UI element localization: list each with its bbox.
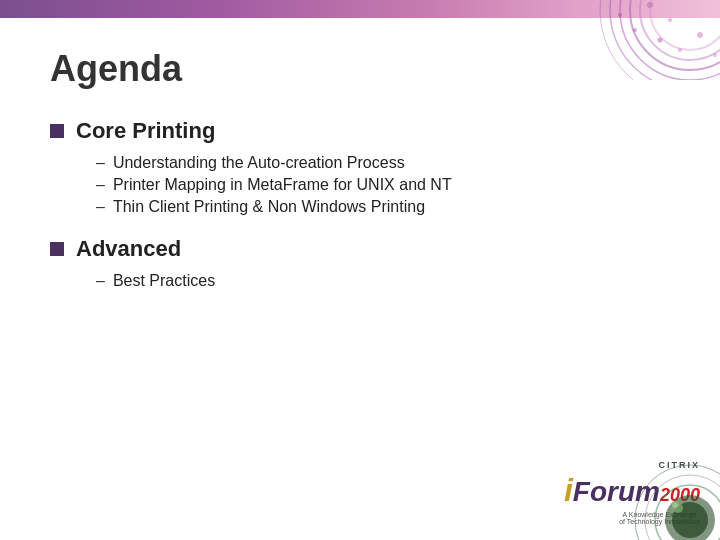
bottom-right-decoration bbox=[590, 440, 720, 540]
dash-icon-4: – bbox=[96, 272, 105, 290]
slide-title: Agenda bbox=[50, 48, 670, 90]
main-bullet-core-printing-label: Core Printing bbox=[76, 118, 215, 144]
sub-bullet-2: – Printer Mapping in MetaFrame for UNIX … bbox=[96, 176, 670, 194]
svg-point-20 bbox=[672, 502, 678, 508]
iforum-i-letter: i bbox=[564, 472, 573, 509]
dash-icon-3: – bbox=[96, 198, 105, 216]
sub-bullet-3-text: Thin Client Printing & Non Windows Print… bbox=[113, 198, 425, 216]
sub-bullet-2-text: Printer Mapping in MetaFrame for UNIX an… bbox=[113, 176, 452, 194]
svg-point-6 bbox=[647, 2, 653, 8]
sub-bullet-advanced-1: – Best Practices bbox=[96, 272, 670, 290]
section-core-printing: Core Printing – Understanding the Auto-c… bbox=[50, 118, 670, 216]
sub-bullet-1-text: Understanding the Auto-creation Process bbox=[113, 154, 405, 172]
bullet-square-icon-2 bbox=[50, 242, 64, 256]
sub-bullet-3: – Thin Client Printing & Non Windows Pri… bbox=[96, 198, 670, 216]
bullet-square-icon bbox=[50, 124, 64, 138]
main-bullet-advanced-label: Advanced bbox=[76, 236, 181, 262]
sub-bullets-core-printing: – Understanding the Auto-creation Proces… bbox=[96, 154, 670, 216]
sub-bullet-1: – Understanding the Auto-creation Proces… bbox=[96, 154, 670, 172]
main-bullet-core-printing: Core Printing bbox=[50, 118, 670, 144]
dash-icon-1: – bbox=[96, 154, 105, 172]
section-advanced: Advanced – Best Practices bbox=[50, 236, 670, 290]
sub-bullet-advanced-1-text: Best Practices bbox=[113, 272, 215, 290]
dash-icon-2: – bbox=[96, 176, 105, 194]
main-bullet-advanced: Advanced bbox=[50, 236, 670, 262]
sub-bullets-advanced: – Best Practices bbox=[96, 272, 670, 290]
svg-point-11 bbox=[618, 13, 622, 17]
